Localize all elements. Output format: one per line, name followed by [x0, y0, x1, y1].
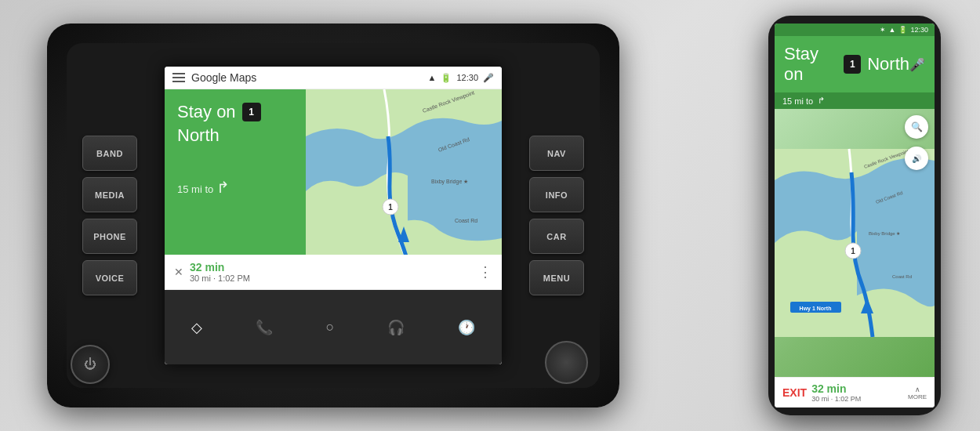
recent-tab-icon[interactable]: 🕐: [458, 319, 475, 336]
direction-text: North: [177, 125, 220, 146]
screen-header-right: ▲ 🔋 12:30 🎤: [428, 73, 494, 83]
phone-trip-time: 32 min: [811, 382, 861, 395]
route-badge: 1: [242, 103, 261, 121]
phone-instruction-prefix: Stay on: [784, 44, 837, 85]
bottom-nav: ◇ 📞 ○ 🎧 🕐: [165, 290, 502, 364]
phone-bluetooth-icon: ✶: [880, 26, 886, 34]
phone-exit-label: EXIT: [782, 386, 807, 399]
map-area[interactable]: 1 Castle Rock Viewpoint Old Coast Rd Bix…: [306, 89, 502, 262]
svg-text:1: 1: [851, 247, 855, 255]
phone-turn-arrow: ↱: [818, 96, 825, 106]
phone-distance: 15 mi to: [782, 96, 813, 106]
phone-compass-button[interactable]: 🔊: [905, 147, 928, 170]
trip-time: 32 min: [190, 261, 250, 273]
distance-next: 15 mi to: [177, 183, 213, 195]
battery-icon: 🔋: [441, 73, 452, 83]
phone: ✶ ▲ 🔋 12:30 Stay on 1 North 🎤 15 mi to ↱: [768, 16, 941, 415]
right-button-group: NAV INFO CAR MENU: [529, 136, 584, 295]
more-button[interactable]: ⋮: [478, 263, 492, 281]
phone-time: 12:30: [910, 26, 928, 34]
phone-status-bar: ✶ ▲ 🔋 12:30: [775, 24, 935, 36]
nav-tab-icon[interactable]: ◇: [191, 319, 202, 336]
phone-main-instruction: Stay on 1 North: [784, 44, 909, 85]
svg-text:1: 1: [388, 203, 393, 212]
media-button[interactable]: MEDIA: [82, 177, 137, 212]
power-icon: ⏻: [84, 357, 96, 371]
nav-panel: Stay on 1 North 15 mi to ↱: [165, 89, 306, 262]
trip-details: 30 mi · 1:02 PM: [190, 273, 250, 283]
phone-signal-icon: ▲: [889, 26, 896, 34]
svg-text:Hwy 1 North: Hwy 1 North: [800, 306, 832, 312]
main-instruction: Stay on 1 North: [177, 102, 293, 147]
car-head-unit: BAND MEDIA PHONE VOICE Google Maps: [47, 24, 619, 407]
phone-direction: North: [867, 54, 909, 74]
signal-icon: ▲: [428, 73, 437, 82]
phone-bottom: EXIT 32 min 30 mi · 1:02 PM ∧ MORE: [775, 377, 935, 407]
car-button-car[interactable]: CAR: [529, 219, 584, 254]
close-button[interactable]: ✕: [174, 266, 183, 278]
trip-left: ✕ 32 min 30 mi · 1:02 PM: [174, 261, 250, 283]
phone-distance-bar: 15 mi to ↱: [775, 92, 935, 109]
phone-trip-info: EXIT 32 min 30 mi · 1:02 PM: [782, 382, 861, 403]
voice-button[interactable]: VOICE: [82, 260, 137, 295]
svg-text:Bixby Bridge ★: Bixby Bridge ★: [431, 179, 468, 185]
phone-search-button[interactable]: 🔍: [905, 115, 928, 139]
instruction-prefix: Stay on: [177, 102, 236, 122]
music-tab-icon[interactable]: 🎧: [387, 319, 405, 336]
turn-arrow-icon: ↱: [216, 179, 230, 196]
phone-button[interactable]: PHONE: [82, 219, 137, 254]
info-button[interactable]: INFO: [529, 177, 584, 212]
screen-content: Stay on 1 North 15 mi to ↱: [165, 89, 502, 262]
scene: BAND MEDIA PHONE VOICE Google Maps: [0, 0, 980, 431]
bottom-bar: ✕ 32 min 30 mi · 1:02 PM ⋮ ◇ 📞 ○ 🎧: [165, 255, 502, 364]
screen-header: Google Maps ▲ 🔋 12:30 🎤: [165, 67, 502, 89]
trip-data: 32 min 30 mi · 1:02 PM: [190, 261, 250, 283]
band-button[interactable]: BAND: [82, 136, 137, 171]
menu-button[interactable]: MENU: [529, 260, 584, 295]
home-tab-icon[interactable]: ○: [326, 319, 335, 335]
phone-map[interactable]: 1 Castle Rock Viewpoint Old Coast Rd Bix…: [775, 109, 935, 377]
svg-text:Bixby Bridge ★: Bixby Bridge ★: [869, 231, 900, 236]
nav-button[interactable]: NAV: [529, 136, 584, 171]
trip-info: ✕ 32 min 30 mi · 1:02 PM ⋮: [165, 255, 502, 290]
hamburger-icon[interactable]: [172, 73, 185, 82]
svg-text:Coast Rd: Coast Rd: [455, 218, 477, 223]
mic-icon[interactable]: 🎤: [483, 73, 494, 83]
phone-trip-data: 32 min 30 mi · 1:02 PM: [811, 382, 861, 403]
volume-knob[interactable]: [545, 341, 588, 384]
phone-nav-header: Stay on 1 North 🎤: [775, 36, 935, 92]
phone-more-button[interactable]: ∧ MORE: [908, 386, 927, 400]
screen-header-left: Google Maps: [172, 71, 256, 84]
power-button[interactable]: ⏻: [71, 345, 110, 384]
phone-tab-icon[interactable]: 📞: [256, 319, 273, 336]
svg-text:Coast Rd: Coast Rd: [892, 274, 912, 279]
app-name: Google Maps: [191, 71, 256, 84]
phone-route-badge: 1: [844, 55, 861, 74]
phone-battery-icon: 🔋: [898, 26, 907, 34]
car-screen: Google Maps ▲ 🔋 12:30 🎤 Stay on: [165, 67, 502, 364]
phone-mic-icon[interactable]: 🎤: [909, 57, 925, 72]
distance-info: 15 mi to ↱: [177, 178, 293, 197]
time-display: 12:30: [456, 73, 478, 82]
left-button-group: BAND MEDIA PHONE VOICE: [82, 136, 137, 295]
phone-screen: ✶ ▲ 🔋 12:30 Stay on 1 North 🎤 15 mi to ↱: [775, 24, 935, 407]
phone-trip-details: 30 mi · 1:02 PM: [811, 395, 861, 403]
